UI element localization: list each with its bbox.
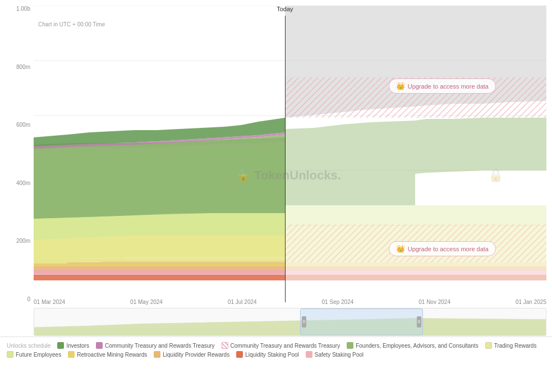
scrollbar-thumb[interactable]: ⠿ ⠿ [300, 308, 423, 335]
svg-marker-16 [34, 270, 285, 275]
legend-color-founders [347, 342, 353, 349]
chart-svg: 🔒 TokenUnlocks. 🔒 [34, 6, 546, 280]
svg-marker-17 [34, 266, 285, 270]
y-label-400m: 400m [16, 180, 30, 186]
svg-marker-26 [285, 266, 546, 270]
svg-marker-18 [34, 264, 285, 266]
legend-color-lp-rewards [154, 351, 160, 358]
legend-color-investors [57, 342, 64, 349]
legend-label-founders: Founders, Employees, Advisors, and Consu… [356, 343, 478, 349]
chart-container: 1.00b 800m 600m 400m 200m 0 Chart in UTC… [0, 0, 552, 392]
legend-label-community-treasury-hatched: Community Treasury and Rewards Treasury [231, 343, 341, 349]
x-label-jul: 01 Jul 2024 [228, 299, 257, 305]
x-label-mar: 01 Mar 2024 [34, 299, 65, 305]
svg-marker-24 [285, 275, 546, 280]
legend-label-community-treasury: Community Treasury and Rewards Treasury [105, 343, 215, 349]
y-label-0: 0 [27, 296, 30, 302]
legend-label-investors: Investors [66, 343, 89, 349]
main-chart-area: Chart in UTC + 00:00 Time Today [34, 6, 546, 302]
svg-marker-30 [285, 118, 546, 205]
legend-label-safety-staking: Safety Staking Pool [315, 352, 364, 358]
unlocks-schedule-label: Unlocks schedule [7, 343, 50, 349]
legend-label-lp-rewards: Liquidity Provider Rewards [163, 352, 229, 358]
scrollbar-handle-left[interactable]: ⠿ [302, 316, 306, 328]
legend-item-safety-staking: Safety Staking Pool [306, 351, 364, 358]
y-axis: 1.00b 800m 600m 400m 200m 0 [0, 6, 34, 302]
legend-label-trading-rewards: Trading Rewards [494, 343, 537, 349]
x-axis: 01 Mar 2024 01 May 2024 01 Jul 2024 01 S… [34, 299, 546, 305]
legend-item-investors: Investors [57, 342, 89, 349]
legend-item-community-treasury: Community Treasury and Rewards Treasury [96, 342, 215, 349]
y-label-800m: 800m [16, 64, 30, 70]
scrollbar-area[interactable]: ⠿ ⠿ [34, 308, 546, 336]
svg-marker-29 [285, 205, 546, 224]
crown-icon-2: 👑 [396, 245, 405, 253]
svg-text:🔒: 🔒 [488, 168, 504, 183]
legend-item-founders: Founders, Employees, Advisors, and Consu… [347, 342, 478, 349]
legend-color-safety-staking [306, 351, 312, 358]
svg-marker-19 [34, 236, 285, 264]
legend-item-lp-rewards: Liquidity Provider Rewards [154, 351, 229, 358]
x-label-jan: 01 Jan 2025 [516, 299, 546, 305]
y-label-600m: 600m [16, 122, 30, 128]
legend-item-trading-rewards: Trading Rewards [485, 342, 537, 349]
legend-color-retroactive [68, 351, 75, 358]
legend-color-community-treasury-hatched [222, 342, 228, 349]
svg-marker-41 [34, 318, 546, 335]
legend-label-liq-staking: Liquidity Staking Pool [245, 352, 299, 358]
svg-text:🔒 TokenUnlocks.: 🔒 TokenUnlocks. [236, 168, 341, 183]
upgrade-badge-2[interactable]: 👑 Upgrade to access more data [389, 241, 496, 256]
upgrade-badge-1[interactable]: 👑 Upgrade to access more data [389, 79, 496, 94]
legend-color-community-treasury [96, 342, 103, 349]
x-label-may: 01 May 2024 [130, 299, 163, 305]
y-label-1b: 1.00b [16, 6, 30, 12]
legend: Unlocks schedule Investors Community Tre… [4, 339, 548, 392]
legend-item-retroactive: Retroactive Mining Rewards [68, 351, 147, 358]
upgrade-text-2: Upgrade to access more data [408, 246, 489, 252]
legend-item-community-treasury-hatched: Community Treasury and Rewards Treasury [222, 342, 341, 349]
y-label-200m: 200m [16, 238, 30, 244]
today-label: Today [277, 6, 293, 12]
legend-color-trading-rewards [485, 342, 492, 349]
svg-marker-27 [285, 262, 546, 266]
legend-color-liq-staking [236, 351, 243, 358]
x-label-sep: 01 Sep 2024 [322, 299, 354, 305]
divider-line [0, 336, 552, 337]
legend-item-future-employees: Future Employees [7, 351, 61, 358]
legend-color-future-employees [7, 351, 13, 358]
legend-label-retroactive: Retroactive Mining Rewards [77, 352, 147, 358]
svg-marker-25 [285, 270, 546, 275]
svg-marker-15 [34, 275, 285, 280]
legend-label-future-employees: Future Employees [16, 352, 61, 358]
upgrade-text-1: Upgrade to access more data [408, 83, 489, 90]
legend-item-liq-staking: Liquidity Staking Pool [236, 351, 299, 358]
crown-icon-1: 👑 [396, 82, 405, 90]
scrollbar-handle-right[interactable]: ⠿ [417, 316, 421, 328]
legend-unlocks-label: Unlocks schedule [7, 342, 50, 349]
x-label-nov: 01 Nov 2024 [418, 299, 450, 305]
